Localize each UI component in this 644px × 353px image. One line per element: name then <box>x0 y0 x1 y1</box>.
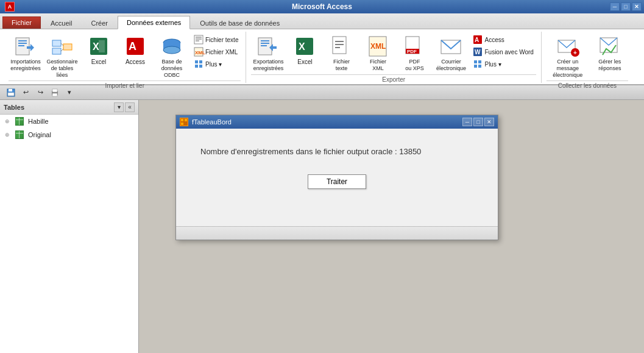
excel-import-button[interactable]: X Excel <box>82 34 116 71</box>
form-window: fTableauBord ─ □ ✕ Nombre d'enregistreme… <box>175 115 498 240</box>
fusion-word-label: Fusion avec Word <box>484 49 533 55</box>
excel-export-button[interactable]: X Excel <box>288 34 322 71</box>
form-title-icon <box>180 118 188 126</box>
importations-icon <box>15 35 37 57</box>
print-quick-btn[interactable] <box>49 87 61 98</box>
svg-rect-66 <box>181 123 183 125</box>
svg-rect-65 <box>185 119 187 121</box>
svg-rect-31 <box>261 45 267 46</box>
title-bar-controls: ─ □ ✕ <box>610 2 642 11</box>
svg-rect-6 <box>52 48 61 54</box>
nav-item-habille-label: Habille <box>28 118 49 125</box>
fichier-texte-exp-button[interactable]: Fichiertexte <box>324 34 358 73</box>
gerer-reponses-label: Gérer lesréponses <box>598 59 621 72</box>
svg-rect-7 <box>63 44 72 50</box>
fichier-xml-btn[interactable]: XML Fichier XML <box>191 46 241 57</box>
svg-text:W: W <box>475 49 481 55</box>
svg-text:X: X <box>93 41 99 52</box>
fichier-texte-btn[interactable]: Fichier texte <box>191 34 241 45</box>
svg-text:A: A <box>475 37 479 43</box>
restore-button[interactable]: □ <box>621 2 631 11</box>
fichier-xml-exp-button[interactable]: XML FichierXML <box>361 34 395 73</box>
svg-text:A: A <box>129 40 136 52</box>
tab-accueil[interactable]: Accueil <box>41 16 81 29</box>
tab-fichier[interactable]: Fichier <box>2 16 41 29</box>
fichier-xml-label: Fichier XML <box>205 49 238 55</box>
importations-label: Importationsenregistrées <box>10 59 41 72</box>
importations-button[interactable]: Importationsenregistrées <box>9 34 43 73</box>
odbc-button[interactable]: Base dedonnées ODBC <box>155 34 189 79</box>
exportations-label: Exportationsenregistrées <box>253 59 283 72</box>
access-exp-btn[interactable]: A Access <box>470 34 536 45</box>
ribbon-group-items-importer: Importationsenregistrées Gestionnairede … <box>9 32 241 79</box>
nav-expand-btn[interactable]: ▾ <box>114 102 124 112</box>
table-icon-habille <box>15 116 24 126</box>
svg-text:+: + <box>573 49 577 56</box>
tab-outils-bdd[interactable]: Outils de base de données <box>191 16 289 29</box>
navigation-pane: Tables ▾ « ⊕ Habille ⊕ Original <box>0 100 139 353</box>
close-button[interactable]: ✕ <box>632 2 642 11</box>
ribbon-group-items-collecter: + Créer un messageélectronique Gérer les… <box>547 32 628 79</box>
gerer-reponses-button[interactable]: Gérer lesréponses <box>592 34 628 73</box>
tab-donnees-externes[interactable]: Données externes <box>118 16 190 29</box>
plus-exporter-icon <box>473 59 483 69</box>
form-close-btn[interactable]: ✕ <box>484 118 494 126</box>
excel-import-icon: X <box>88 35 110 57</box>
save-quick-btn[interactable] <box>5 87 17 98</box>
fichier-xml-exp-label: FichierXML <box>370 59 386 72</box>
nav-item-habille[interactable]: ⊕ Habille <box>0 115 138 128</box>
form-restore-btn[interactable]: □ <box>473 118 483 126</box>
svg-rect-62 <box>52 93 57 96</box>
gestionnaire-button[interactable]: Gestionnairede tables liées <box>45 34 79 79</box>
minimize-button[interactable]: ─ <box>610 2 620 11</box>
form-minimize-btn[interactable]: ─ <box>462 118 472 126</box>
gestionnaire-icon <box>51 35 73 57</box>
fichier-texte-exp-icon <box>330 35 352 57</box>
title-bar: A Microsoft Access ─ □ ✕ <box>0 0 644 13</box>
plus-importer-btn[interactable]: Plus ▾ <box>191 59 241 70</box>
access-import-button[interactable]: A Access <box>118 34 152 71</box>
svg-rect-18 <box>194 35 203 44</box>
undo-quick-btn[interactable]: ↩ <box>19 87 32 98</box>
svg-text:X: X <box>299 41 305 52</box>
more-quick-btn[interactable]: ▾ <box>63 87 76 98</box>
window-title: Microsoft Access <box>292 2 352 11</box>
plus-exporter-btn[interactable]: Plus ▾ <box>470 59 536 70</box>
exporter-small-col: A Access W Fusion avec Word <box>470 34 536 70</box>
courrier-button[interactable]: Courrierélectronique <box>434 34 468 73</box>
traiter-button[interactable]: Traiter <box>308 174 366 189</box>
svg-rect-12 <box>99 40 105 52</box>
svg-point-17 <box>163 46 180 54</box>
pdf-xps-button[interactable]: PDF PDFou XPS <box>397 34 431 73</box>
creer-message-icon: + <box>557 35 579 57</box>
ribbon-group-importer: Importationsenregistrées Gestionnairede … <box>4 32 246 83</box>
ribbon-tabs: Fichier Accueil Créer Données externes O… <box>0 13 644 29</box>
svg-rect-26 <box>195 65 198 68</box>
svg-text:PDF: PDF <box>407 49 417 54</box>
app-icon: A <box>5 2 15 12</box>
access-exp-icon: A <box>473 35 483 45</box>
table-icon-original <box>15 130 24 140</box>
ribbon-group-items-exporter: Exportationsenregistrées X Excel <box>251 32 536 73</box>
svg-rect-58 <box>9 89 12 91</box>
exportations-button[interactable]: Exportationsenregistrées <box>251 34 285 73</box>
svg-rect-64 <box>181 119 183 121</box>
nav-item-original[interactable]: ⊕ Original <box>0 128 138 141</box>
tab-creer[interactable]: Créer <box>82 16 117 29</box>
exportations-icon <box>257 35 279 57</box>
form-message: Nombre d'enregistrements dans le fichier… <box>200 147 473 156</box>
svg-rect-1 <box>18 40 27 41</box>
pin-icon-habille: ⊕ <box>5 118 10 124</box>
svg-line-9 <box>61 49 63 51</box>
svg-rect-27 <box>199 65 202 68</box>
fusion-word-btn[interactable]: W Fusion avec Word <box>470 46 536 57</box>
form-button-area: Traiter <box>200 174 473 189</box>
ribbon: Importationsenregistrées Gestionnairede … <box>0 29 644 85</box>
gerer-reponses-icon <box>599 35 621 57</box>
fichier-texte-icon <box>194 35 203 45</box>
nav-collapse-btn[interactable]: « <box>125 102 135 112</box>
redo-quick-btn[interactable]: ↪ <box>34 87 46 98</box>
excel-export-icon: X <box>294 35 316 57</box>
svg-text:XML: XML <box>370 42 386 51</box>
creer-message-button[interactable]: + Créer un messageélectronique <box>547 34 589 79</box>
